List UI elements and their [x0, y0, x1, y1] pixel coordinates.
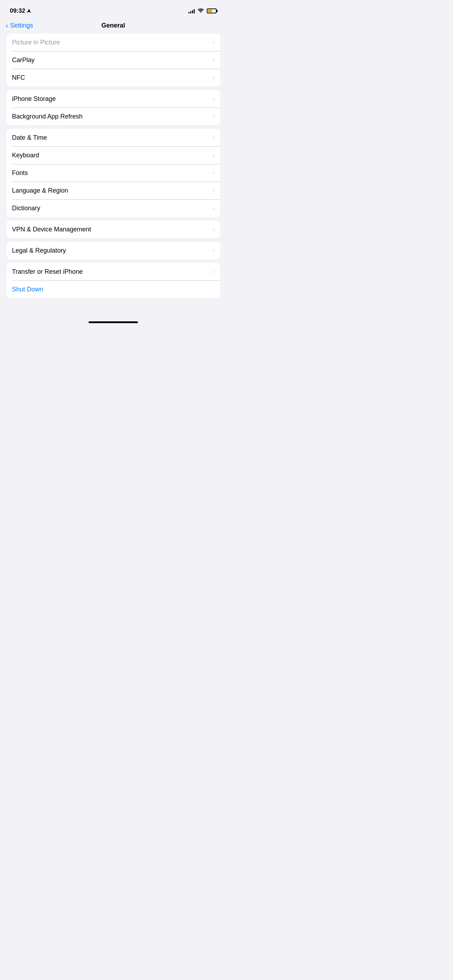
list-item-legal[interactable]: Legal & Regulatory › [6, 242, 220, 259]
item-label: iPhone Storage [12, 95, 56, 103]
chevron-icon: › [213, 226, 215, 232]
battery-icon [207, 8, 217, 13]
item-label: Legal & Regulatory [12, 247, 66, 255]
scroll-content: Picture in Picture › CarPlay › NFC › iPh… [0, 33, 227, 316]
back-button[interactable]: ‹ Settings [6, 22, 33, 30]
chevron-icon: › [213, 170, 215, 176]
list-item-vpn[interactable]: VPN & Device Management › [6, 221, 220, 238]
section-legal: Legal & Regulatory › [6, 242, 220, 259]
page-title: General [101, 22, 125, 29]
battery-fill [208, 10, 212, 12]
wifi-icon [197, 8, 204, 13]
chevron-icon: › [213, 39, 215, 46]
chevron-icon: › [213, 247, 215, 254]
back-chevron-icon: ‹ [6, 22, 8, 30]
chevron-icon: › [213, 113, 215, 119]
status-time: 09:32 [10, 7, 31, 14]
list-item-date-time[interactable]: Date & Time › [6, 129, 220, 146]
nav-header: ‹ Settings General [0, 19, 227, 33]
item-label: CarPlay [12, 56, 35, 64]
item-label: VPN & Device Management [12, 226, 91, 233]
chevron-icon: › [213, 75, 215, 81]
list-item-iphone-storage[interactable]: iPhone Storage › [6, 90, 220, 108]
home-indicator [0, 316, 227, 327]
location-icon [27, 9, 31, 13]
signal-bars-icon [188, 8, 195, 13]
item-label: Background App Refresh [12, 113, 83, 120]
time-label: 09:32 [10, 7, 25, 14]
chevron-icon: › [213, 134, 215, 141]
chevron-icon: › [213, 95, 215, 102]
section-reset: Transfer or Reset iPhone › Shut Down [6, 263, 220, 298]
item-label: Keyboard [12, 152, 39, 159]
svg-marker-0 [27, 9, 31, 13]
chevron-icon: › [213, 152, 215, 158]
section-vpn: VPN & Device Management › [6, 221, 220, 238]
list-item[interactable]: NFC › [6, 69, 220, 86]
item-label: Dictionary [12, 205, 40, 212]
chevron-icon: › [213, 205, 215, 211]
section-top-partial: Picture in Picture › CarPlay › NFC › [6, 33, 220, 86]
item-label: Shut Down [12, 286, 43, 293]
list-item-keyboard[interactable]: Keyboard › [6, 146, 220, 164]
back-label: Settings [10, 22, 33, 29]
list-item-dictionary[interactable]: Dictionary › [6, 199, 220, 217]
status-icons [188, 8, 217, 13]
item-label: Transfer or Reset iPhone [12, 268, 83, 275]
item-label: Fonts [12, 169, 28, 177]
list-item-fonts[interactable]: Fonts › [6, 164, 220, 182]
section-storage: iPhone Storage › Background App Refresh … [6, 90, 220, 125]
list-item-transfer-reset[interactable]: Transfer or Reset iPhone › [6, 263, 220, 280]
chevron-icon: › [213, 57, 215, 63]
list-item-shut-down[interactable]: Shut Down [6, 280, 220, 298]
status-bar: 09:32 [0, 0, 227, 19]
section-locale: Date & Time › Keyboard › Fonts › Languag… [6, 129, 220, 217]
list-item[interactable]: Picture in Picture › [6, 33, 220, 51]
list-item-background-app-refresh[interactable]: Background App Refresh › [6, 108, 220, 125]
chevron-icon: › [213, 269, 215, 275]
item-label: Language & Region [12, 187, 68, 194]
item-label: NFC [12, 74, 25, 81]
list-item[interactable]: CarPlay › [6, 51, 220, 69]
list-item-language-region[interactable]: Language & Region › [6, 182, 220, 199]
item-label: Date & Time [12, 134, 47, 142]
chevron-icon: › [213, 187, 215, 194]
item-label: Picture in Picture [12, 39, 60, 46]
home-bar [89, 321, 138, 323]
